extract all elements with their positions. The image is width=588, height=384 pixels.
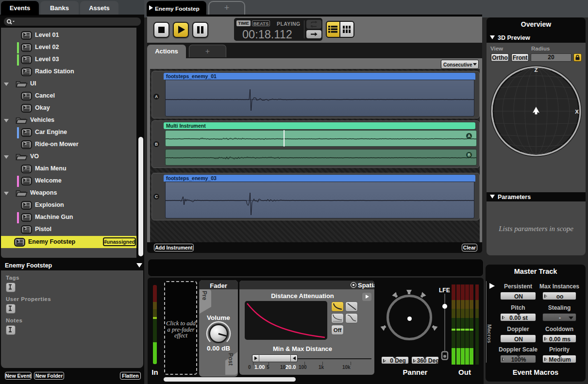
svg-text:Z: Z xyxy=(534,67,538,73)
svg-text:X: X xyxy=(575,109,579,115)
